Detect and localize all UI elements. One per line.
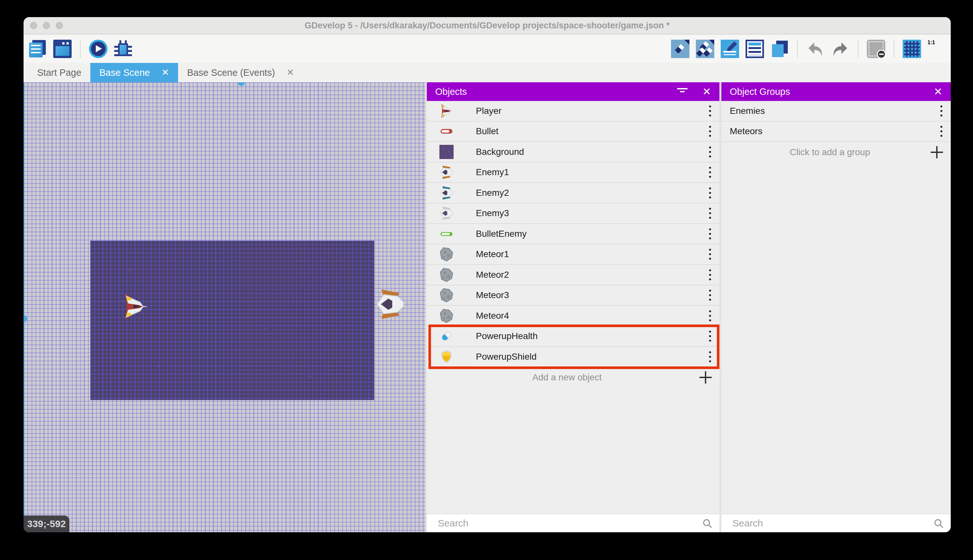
object-name: Player bbox=[476, 106, 705, 116]
zoom-window-button[interactable] bbox=[56, 22, 63, 29]
kebab-menu-icon[interactable] bbox=[709, 335, 711, 337]
object-row[interactable]: Enemy2 bbox=[427, 183, 720, 203]
add-group-row[interactable]: Click to add a group bbox=[721, 142, 951, 163]
object-name: BulletEnemy bbox=[476, 229, 705, 239]
enemy-instance[interactable] bbox=[373, 286, 407, 322]
shield-icon bbox=[439, 349, 454, 365]
play-preview-icon[interactable] bbox=[89, 40, 107, 58]
health-pill-icon bbox=[439, 328, 454, 344]
enemy-teal-ship-icon bbox=[439, 185, 454, 201]
object-groups-panel-header: Object Groups ✕ bbox=[721, 82, 951, 101]
plus-icon[interactable] bbox=[700, 371, 712, 383]
objects-editor-icon[interactable] bbox=[671, 40, 690, 58]
kebab-menu-icon[interactable] bbox=[709, 294, 711, 296]
object-row[interactable]: PowerupShield bbox=[427, 347, 720, 367]
app-window: GDevelop 5 - /Users/dkarakay/Documents/G… bbox=[23, 17, 951, 532]
object-row[interactable]: Bullet bbox=[427, 122, 720, 142]
kebab-menu-icon[interactable] bbox=[709, 171, 711, 173]
close-tab-icon[interactable]: ✕ bbox=[287, 68, 294, 77]
objects-panel-header: Objects ✕ bbox=[427, 82, 720, 101]
minimize-window-button[interactable] bbox=[43, 22, 50, 29]
groups-search-input[interactable] bbox=[721, 514, 951, 532]
objects-list: PlayerBulletBackgroundEnemy1Enemy2Enemy3… bbox=[427, 101, 720, 513]
meteor-icon bbox=[439, 287, 454, 303]
search-icon bbox=[702, 518, 713, 529]
object-row[interactable]: Meteors bbox=[721, 122, 951, 142]
tab-base-scene-events[interactable]: Base Scene (Events)✕ bbox=[178, 63, 303, 82]
kebab-menu-icon[interactable] bbox=[709, 253, 711, 255]
red-bullet-icon bbox=[439, 123, 454, 139]
green-bullet-icon bbox=[439, 226, 454, 242]
add-object-row[interactable]: Add a new object bbox=[427, 367, 720, 388]
object-name: PowerupShield bbox=[476, 352, 705, 362]
object-row[interactable]: PowerupHealth bbox=[427, 327, 720, 347]
player-instance[interactable] bbox=[120, 291, 149, 322]
object-name: Meteor4 bbox=[476, 311, 705, 321]
debug-bug-icon[interactable] bbox=[114, 40, 132, 58]
undo-icon[interactable] bbox=[806, 40, 825, 58]
main-toolbar: 1:1 bbox=[23, 35, 951, 63]
object-row[interactable]: Meteor4 bbox=[427, 306, 720, 327]
object-row[interactable]: Player bbox=[427, 101, 720, 122]
kebab-menu-icon[interactable] bbox=[709, 233, 711, 235]
layers-icon[interactable] bbox=[770, 40, 789, 58]
add-object-label: Add a new object bbox=[435, 372, 700, 383]
object-row[interactable]: BulletEnemy bbox=[427, 224, 720, 245]
kebab-menu-icon[interactable] bbox=[709, 356, 711, 358]
project-manager-icon[interactable] bbox=[28, 40, 47, 58]
kebab-menu-icon[interactable] bbox=[709, 151, 711, 153]
kebab-menu-icon[interactable] bbox=[940, 130, 942, 132]
object-groups-editor-icon[interactable] bbox=[696, 40, 714, 58]
object-name: Enemy3 bbox=[476, 208, 705, 218]
object-row[interactable]: Enemy1 bbox=[427, 163, 720, 183]
instances-list-icon[interactable] bbox=[746, 40, 764, 58]
meteor-icon bbox=[439, 267, 454, 283]
object-row[interactable]: Meteor3 bbox=[427, 285, 720, 306]
canvas-scroll-track bbox=[23, 82, 25, 532]
window-mask-icon[interactable] bbox=[867, 40, 885, 58]
object-row[interactable]: Background bbox=[427, 142, 720, 163]
kebab-menu-icon[interactable] bbox=[709, 110, 711, 112]
tab-start-page[interactable]: Start Page bbox=[28, 63, 90, 82]
properties-pencil-icon[interactable] bbox=[721, 40, 739, 58]
canvas-vertical-scroll-thumb[interactable] bbox=[23, 315, 27, 322]
grid-icon[interactable] bbox=[903, 40, 921, 58]
object-row[interactable]: Meteor2 bbox=[427, 265, 720, 285]
objects-search-input[interactable] bbox=[427, 514, 720, 532]
close-tab-icon[interactable]: ✕ bbox=[161, 68, 169, 77]
zoom-1-1-icon[interactable]: 1:1 bbox=[928, 40, 946, 58]
close-icon[interactable]: ✕ bbox=[934, 87, 942, 97]
tab-base-scene[interactable]: Base Scene✕ bbox=[90, 63, 178, 82]
redo-icon[interactable] bbox=[831, 40, 850, 58]
objects-search-bar bbox=[427, 513, 720, 532]
kebab-menu-icon[interactable] bbox=[709, 212, 711, 214]
toolbar-divider bbox=[80, 40, 81, 58]
object-name: Enemies bbox=[730, 106, 936, 116]
scene-window-icon[interactable] bbox=[53, 40, 72, 58]
kebab-menu-icon[interactable] bbox=[709, 130, 711, 132]
close-icon[interactable]: ✕ bbox=[702, 87, 711, 97]
screenshot-background: GDevelop 5 - /Users/dkarakay/Documents/G… bbox=[0, 0, 973, 560]
kebab-menu-icon[interactable] bbox=[709, 192, 711, 194]
plus-icon[interactable] bbox=[931, 146, 943, 158]
enemy-orange-ship-icon bbox=[439, 165, 454, 180]
object-row[interactable]: Enemy3 bbox=[427, 203, 720, 224]
tab-bar: Start PageBase Scene✕Base Scene (Events)… bbox=[23, 63, 951, 82]
main-content: 339;-592 Objects ✕ PlayerBulletBackgroun… bbox=[23, 82, 951, 532]
canvas-horizontal-scroll-thumb[interactable] bbox=[238, 82, 245, 86]
object-name: Enemy1 bbox=[476, 167, 705, 177]
meteor-icon bbox=[439, 308, 454, 323]
tab-label: Base Scene (Events) bbox=[187, 67, 275, 78]
add-group-label: Click to add a group bbox=[729, 147, 931, 157]
filter-icon[interactable] bbox=[676, 87, 689, 97]
close-window-button[interactable] bbox=[30, 22, 37, 29]
background-tile-icon bbox=[439, 144, 454, 160]
kebab-menu-icon[interactable] bbox=[709, 274, 711, 276]
object-name: Background bbox=[476, 147, 705, 157]
object-row[interactable]: Meteor1 bbox=[427, 245, 720, 265]
kebab-menu-icon[interactable] bbox=[940, 110, 942, 112]
object-row[interactable]: Enemies bbox=[721, 101, 951, 122]
scene-canvas[interactable]: 339;-592 bbox=[23, 82, 425, 532]
kebab-menu-icon[interactable] bbox=[709, 315, 711, 317]
player-ship-icon bbox=[439, 103, 454, 119]
